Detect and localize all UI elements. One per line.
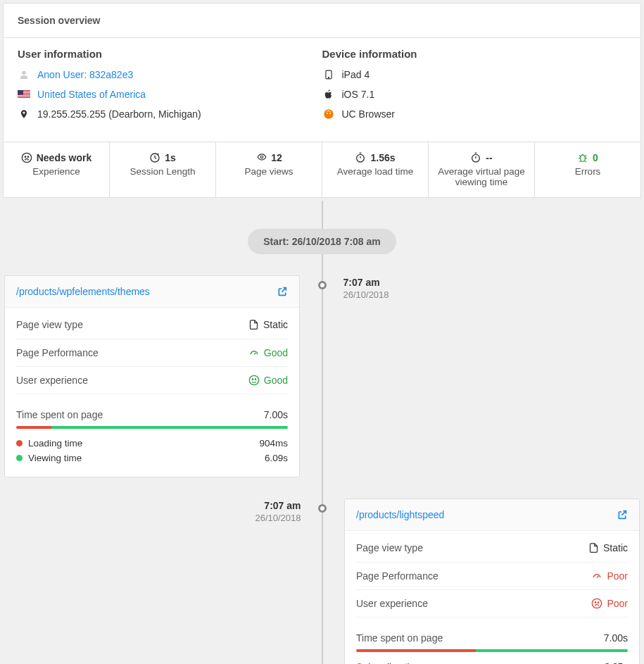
user-ip-row: 19.255.255.255 (Dearborn, Michigan) bbox=[18, 108, 322, 120]
stat-avg-load-label: Average load time bbox=[327, 166, 424, 177]
stat-experience: Needs work Experience bbox=[4, 142, 110, 197]
metric-label: Time spent on page bbox=[356, 632, 443, 644]
metric-value: Good bbox=[248, 375, 288, 386]
stat-page-views-value: 12 bbox=[271, 152, 282, 163]
timeline-node-icon bbox=[318, 504, 327, 513]
metric-label: Page Performance bbox=[356, 570, 438, 582]
clock-icon bbox=[149, 152, 160, 163]
legend-label: Loading time bbox=[28, 438, 82, 449]
user-country-link[interactable]: United States of America bbox=[37, 89, 146, 100]
svg-point-10 bbox=[328, 77, 329, 78]
metric-value: 7.00s bbox=[604, 632, 628, 644]
legend-loading: Loading time3.05s bbox=[356, 659, 628, 664]
stat-errors: 0 Errors bbox=[535, 142, 640, 197]
eye-icon bbox=[255, 152, 267, 163]
svg-point-12 bbox=[327, 113, 328, 114]
metric-label: User experience bbox=[16, 375, 88, 386]
metric-page-view-type: Page view typeStatic bbox=[16, 311, 288, 339]
metric-label: User experience bbox=[356, 598, 428, 609]
bug-icon bbox=[577, 152, 588, 163]
panel-title: Session overview bbox=[4, 4, 640, 38]
svg-point-24 bbox=[255, 379, 255, 380]
us-flag-icon bbox=[18, 88, 30, 101]
timeline-date: 26/10/2018 bbox=[343, 289, 389, 300]
metric-value: Poor bbox=[591, 598, 628, 609]
time-legend: Loading time904msViewing time6.09s bbox=[16, 436, 288, 465]
user-country-row: United States of America bbox=[18, 88, 322, 101]
metric-experience: User experienceGood bbox=[16, 367, 288, 394]
user-icon bbox=[18, 68, 30, 81]
svg-point-25 bbox=[593, 599, 602, 608]
stat-page-views: 12 Page views bbox=[216, 142, 322, 197]
metric-page-view-type: Page view typeStatic bbox=[356, 534, 628, 563]
stat-errors-label: Errors bbox=[539, 166, 636, 177]
device-row: iPad 4 bbox=[322, 68, 627, 81]
svg-point-0 bbox=[22, 71, 25, 75]
stat-session-length: 1s Session Length bbox=[110, 142, 216, 197]
legend-value: 6.09s bbox=[265, 453, 288, 463]
metric-value: Static bbox=[248, 318, 288, 331]
load-bar-segment bbox=[356, 649, 476, 652]
legend-label: Loading time bbox=[368, 661, 422, 664]
time-bar bbox=[356, 649, 628, 652]
frown-icon bbox=[21, 152, 32, 163]
location-pin-icon bbox=[18, 108, 30, 120]
legend-value: 904ms bbox=[259, 438, 288, 449]
info-section: User information Anon User: 832a82e3 Uni… bbox=[4, 38, 640, 142]
timeline-start-pill: Start: 26/10/2018 7:08 am bbox=[248, 229, 396, 254]
view-bar-segment bbox=[476, 649, 628, 652]
stopwatch-icon bbox=[470, 152, 481, 163]
os-row: iOS 7.1 bbox=[322, 88, 627, 101]
card-header: /products/lightspeed bbox=[345, 499, 639, 531]
page-url-link[interactable]: /products/wpfelements/themes bbox=[16, 286, 150, 297]
user-info-title: User information bbox=[18, 48, 322, 60]
metric-experience: User experiencePoor bbox=[356, 590, 628, 618]
external-link-icon[interactable] bbox=[277, 286, 288, 297]
metric-performance: Page PerformancePoor bbox=[356, 563, 628, 590]
svg-point-27 bbox=[598, 602, 599, 603]
timeline-card: /products/wpfelements/themesPage view ty… bbox=[4, 275, 300, 477]
timeline-time: 7:07 am bbox=[255, 500, 301, 511]
stat-avg-virtual-value: -- bbox=[486, 152, 492, 163]
view-bar-segment bbox=[51, 426, 288, 429]
page-icon bbox=[248, 318, 259, 331]
page-url-link[interactable]: /products/lightspeed bbox=[356, 509, 444, 520]
timeline-entry: 7:07 am26/10/2018/products/lightspeedPag… bbox=[0, 499, 644, 664]
metric-value: 7.00s bbox=[264, 409, 288, 420]
time-bar bbox=[16, 426, 288, 429]
device-name: iPad 4 bbox=[342, 69, 370, 80]
gauge-icon bbox=[248, 348, 260, 358]
user-ip-text: 19.255.255.255 (Dearborn, Michigan) bbox=[37, 108, 201, 120]
stat-avg-load-value: 1.56s bbox=[370, 152, 395, 163]
timeline-time: 7:07 am bbox=[343, 277, 389, 288]
timeline-timestamp: 7:07 am26/10/2018 bbox=[255, 500, 301, 523]
uc-browser-icon bbox=[322, 108, 335, 120]
device-info-col: Device information iPad 4 iOS 7.1 UC Bro… bbox=[322, 48, 627, 127]
timeline-timestamp: 7:07 am26/10/2018 bbox=[343, 277, 389, 300]
timeline-date: 26/10/2018 bbox=[255, 513, 301, 523]
metric-time-spent: Time spent on page7.00s bbox=[356, 625, 628, 648]
browser-row: UC Browser bbox=[322, 108, 627, 120]
user-name-link[interactable]: Anon User: 832a82e3 bbox=[37, 69, 133, 80]
timeline-entry: 7:07 am26/10/2018/products/wpfelements/t… bbox=[0, 275, 644, 477]
stat-avg-virtual: -- Average virtual page viewing time bbox=[429, 142, 535, 197]
metric-value: Good bbox=[248, 347, 288, 358]
external-link-icon[interactable] bbox=[617, 509, 628, 520]
user-name-row: Anon User: 832a82e3 bbox=[18, 68, 322, 81]
metric-label: Page Performance bbox=[16, 347, 99, 358]
dot-icon bbox=[16, 440, 23, 446]
stat-experience-value: Needs work bbox=[37, 152, 92, 163]
svg-rect-6 bbox=[18, 96, 30, 97]
stat-session-length-value: 1s bbox=[165, 152, 176, 163]
stat-errors-value: 0 bbox=[593, 152, 598, 163]
svg-point-13 bbox=[329, 113, 331, 114]
face-icon bbox=[248, 375, 260, 386]
gauge-icon bbox=[591, 571, 602, 581]
svg-point-21 bbox=[581, 155, 586, 161]
stat-avg-load: 1.56s Average load time bbox=[322, 142, 429, 197]
time-legend: Loading time3.05sViewing time3.95s bbox=[356, 659, 628, 664]
timeline-node-icon bbox=[318, 281, 327, 289]
metric-performance: Page PerformanceGood bbox=[16, 339, 288, 367]
device-info-title: Device information bbox=[322, 48, 627, 60]
apple-icon bbox=[322, 88, 335, 101]
